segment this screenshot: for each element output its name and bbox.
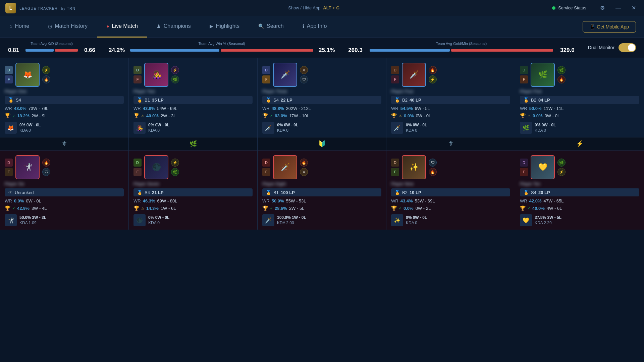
queue-status-warn: ⚠ [141,206,144,210]
rune-primary-icon: 🌿 [557,159,566,167]
gold-blue-value: 260.3 [348,47,366,54]
close-button[interactable]: ✕ [629,3,639,12]
queue-icon: 🏆 [520,205,526,211]
champ-kda: KDA 0 [535,128,556,133]
rank-text: S4 [16,98,21,103]
wr-value: 54.5% [400,106,413,111]
champ-wr: 0% 0W - 0L [19,123,41,127]
nav-item-match-history[interactable]: ◷ Match History [39,16,97,38]
wr-line: WR 43.9% 54W - 69L [133,106,253,111]
queue-wr: 40.0% [532,206,545,211]
red-team-row: D F 🤺 🔥 🛡 Player Six 👁 Unranked WR 0.0% [0,150,644,230]
champ-stat-info: 0% 0W - 0L KDA 0 [148,123,169,133]
rank-icon: 🏅 [394,190,400,195]
champ-wr: 0% 0W - 0L [535,123,556,127]
rune-primary-icon: ⚡ [42,66,50,74]
wr-value: 48.8% [272,106,284,111]
mini-champion: 🗡️ [391,122,403,134]
wr-label: WR [5,198,12,203]
spell-d-icon: D [262,159,270,167]
champ-kda: KDA 0 [148,221,169,225]
rune-column: 🛡 🔥 [429,159,437,176]
rank-text: B2 [402,98,408,103]
queue-status-warn: ⚠ [399,114,402,118]
wr-record: 0W - 0L [26,198,41,203]
nav-item-champions[interactable]: ♟ Champions [147,16,200,38]
wr-value: 42.0% [529,198,542,203]
settings-button[interactable]: ⚙ [597,3,607,12]
rank-badge: 🏅 B2 40 LP [391,96,510,104]
spell-f-icon: F [133,168,142,176]
spell-column: D F [520,159,528,176]
rune-secondary-icon: 🛡 [300,75,308,83]
minimize-button[interactable]: — [613,4,624,12]
nav-item-search[interactable]: 🔍 Search [249,16,293,38]
champion-image: 🗡️ [274,63,297,86]
rank-icon: 🏅 [266,190,271,195]
nav-label-match-history: Match History [55,23,88,29]
rune-column: ⚔ 🛡 [300,66,308,83]
champion-portrait: 👩‍🎤 [144,63,168,87]
rank-icon: 🏅 [523,190,529,195]
rank-text: Unranked [15,190,34,195]
toggle-knob [628,44,635,51]
rank-icon: 🏅 [523,97,529,103]
role-cell-4: 🗡 [386,137,515,150]
wr-label: WR [520,198,527,203]
nav-item-home[interactable]: ⌂ Home [0,16,39,38]
queue-line: 🏆 ⚠ 0.0% 0W - 0L [520,113,639,118]
home-icon: ⌂ [9,23,12,29]
lp-text: 84 LP [538,98,550,103]
rank-badge: 🏅 S4 22 LP [262,96,381,104]
rune-secondary-icon: 🌿 [171,168,179,176]
nav-item-live-match[interactable]: ● Live Match [97,16,147,38]
blue-player-4: D F 🗡️ 🔥 ⚡ Player Four 🏅 B2 40 LP WR 5 [386,58,515,137]
blue-player-1: D F 🦊 ⚡ 🔥 Player One 🏅 S4 WR 48.0% 73W [0,58,129,137]
queue-status-ok: ✓ [528,206,530,210]
player-name: Player Four [391,89,510,94]
rank-badge: 🏅 B1 35 LP [133,96,253,104]
rank-icon: 🏅 [8,97,14,103]
queue-record: 2W - 3L [161,113,176,118]
gold-blue-bar [370,49,450,52]
spell-column: D F [5,66,13,83]
rank-icon: 🏅 [394,97,400,103]
champion-portrait: 🗡️ [273,155,297,179]
champion-image: 🗡️ [402,63,425,86]
blue-team-row: D F 🦊 ⚡ 🔥 Player One 🏅 S4 WR 48.0% 73W [0,58,644,137]
nav-item-highlights[interactable]: ▶ Highlights [200,16,249,38]
wr-value: 50.0% [529,106,542,111]
role-row-blue: 🗡 🌿 🔰 🗡 ⚡ [0,137,644,150]
queue-record: 2W - 9L [32,113,47,118]
champion-image: 🌑 [145,156,168,179]
blue-player-5: D F 🌿 🌿 🔥 Player Five 🏅 B2 84 LP WR 5 [515,58,644,137]
champ-kda: KDA 1.09 [19,221,46,225]
unranked-icon: 👁 [8,190,13,195]
queue-record: 0W - 0L [416,113,431,118]
wr-record: 69W - 80L [157,198,177,203]
nav-label-highlights: Highlights [216,23,239,29]
lp-text: 20 LP [538,190,550,195]
wr-red-bar [221,49,314,52]
rank-text: B2 [531,98,536,103]
queue-record: 1W - 6L [161,206,176,211]
nav-label-search: Search [267,23,284,29]
player-name: Player Five [520,89,639,94]
spell-f-icon: F [262,168,270,176]
mini-champion: ✨ [391,214,403,226]
card-header: D F 🗡️ 🔥 ⚡ [391,63,510,87]
app-logo: L [5,3,16,13]
queue-status-warn: ⚠ [528,114,531,118]
champ-kda: KDA 0 [19,128,41,133]
rank-badge: 🏅 S4 [5,96,124,104]
dual-monitor-toggle[interactable] [619,43,636,52]
rune-secondary-icon: ⚡ [429,75,437,83]
spell-f-icon: F [133,75,142,83]
champ-kda: KDA 0 [406,128,427,133]
champion-image: 💛 [531,156,554,179]
wr-blue-value: 24.2% [109,47,126,54]
queue-icon: 🏆 [520,113,526,118]
mobile-app-button[interactable]: 📱 Get Mobile App [583,21,636,33]
queue-wr: 28.6% [275,206,287,211]
nav-item-app-info[interactable]: ℹ App Info [293,16,336,38]
